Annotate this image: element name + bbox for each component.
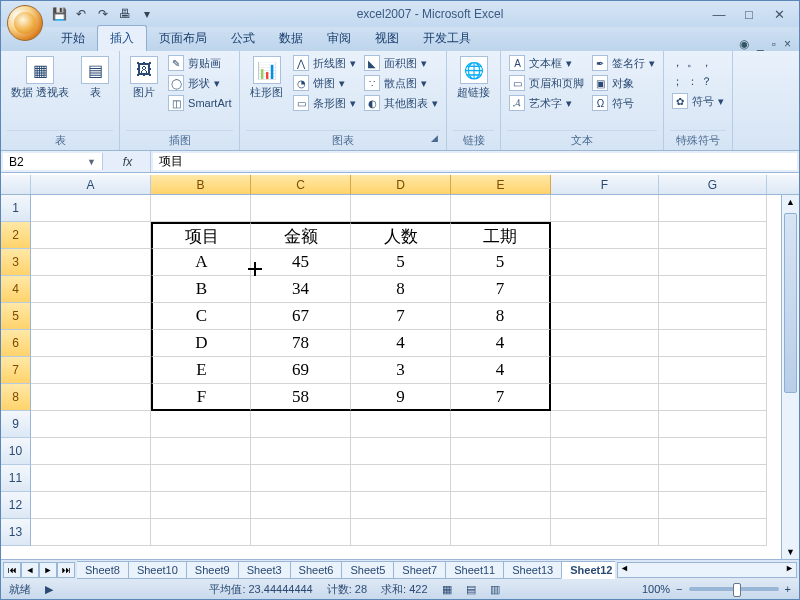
clipart-button[interactable]: ✎剪贴画	[166, 54, 233, 72]
line-chart-button[interactable]: ⋀折线图▾	[291, 54, 358, 72]
column-header[interactable]: E	[451, 175, 551, 194]
row-header[interactable]: 13	[1, 519, 31, 546]
cell[interactable]	[251, 465, 351, 492]
table-button[interactable]: ▤表	[77, 54, 113, 100]
cell[interactable]	[31, 465, 151, 492]
select-all-corner[interactable]	[1, 175, 31, 194]
sheet-tab[interactable]: Sheet5	[341, 561, 394, 579]
qat-dropdown-icon[interactable]: ▾	[139, 6, 155, 22]
spreadsheet-grid[interactable]: ABCDEFG 12项目金额人数工期3A45554B34875C67786D78…	[1, 175, 799, 559]
column-chart-button[interactable]: 📊柱形图	[246, 54, 287, 100]
cell[interactable]	[551, 222, 659, 249]
row-header[interactable]: 6	[1, 330, 31, 357]
cell[interactable]	[551, 492, 659, 519]
row-header[interactable]: 10	[1, 438, 31, 465]
cell[interactable]	[31, 303, 151, 330]
cell[interactable]	[551, 411, 659, 438]
maximize-button[interactable]: □	[735, 5, 763, 23]
sheet-nav-first[interactable]: ⏮	[3, 562, 21, 578]
cell[interactable]	[551, 357, 659, 384]
horizontal-scrollbar[interactable]	[617, 562, 797, 578]
zoom-level[interactable]: 100%	[642, 583, 670, 595]
sheet-tab[interactable]: Sheet9	[186, 561, 239, 579]
scroll-thumb[interactable]	[784, 213, 797, 393]
pivot-table-button[interactable]: ▦数据 透视表	[7, 54, 73, 100]
row-header[interactable]: 4	[1, 276, 31, 303]
sheet-tab[interactable]: Sheet6	[290, 561, 343, 579]
sheet-tab[interactable]: Sheet8	[77, 561, 129, 579]
cell[interactable]: 5	[451, 249, 551, 276]
comma-button[interactable]: ， 。 ，	[670, 54, 726, 71]
cell[interactable]: 7	[351, 303, 451, 330]
cell[interactable]	[451, 492, 551, 519]
ribbon-tab[interactable]: 页面布局	[147, 26, 219, 51]
cell[interactable]	[451, 465, 551, 492]
ribbon-tab[interactable]: 开始	[49, 26, 97, 51]
cell[interactable]: B	[151, 276, 251, 303]
macro-record-icon[interactable]: ▶	[45, 583, 53, 596]
cell[interactable]	[659, 222, 767, 249]
cell[interactable]: F	[151, 384, 251, 411]
cell[interactable]	[659, 438, 767, 465]
sheet-tab[interactable]: Sheet12	[561, 561, 615, 579]
cell[interactable]	[351, 492, 451, 519]
cell[interactable]: 工期	[451, 222, 551, 249]
row-header[interactable]: 1	[1, 195, 31, 222]
cell[interactable]: 人数	[351, 222, 451, 249]
cell[interactable]	[659, 330, 767, 357]
office-button[interactable]	[7, 5, 43, 41]
cell[interactable]: 8	[451, 303, 551, 330]
cell[interactable]: 9	[351, 384, 451, 411]
cell[interactable]	[551, 465, 659, 492]
cell[interactable]: 67	[251, 303, 351, 330]
cell[interactable]	[451, 438, 551, 465]
row-header[interactable]: 5	[1, 303, 31, 330]
cell[interactable]: 45	[251, 249, 351, 276]
cell[interactable]	[251, 519, 351, 546]
cell[interactable]: 78	[251, 330, 351, 357]
cell[interactable]	[551, 384, 659, 411]
cell[interactable]: 5	[351, 249, 451, 276]
sheet-nav-prev[interactable]: ◄	[21, 562, 39, 578]
pie-chart-button[interactable]: ◔饼图▾	[291, 74, 358, 92]
minimize-button[interactable]: —	[705, 5, 733, 23]
cell[interactable]	[151, 465, 251, 492]
special-symbol-button[interactable]: ✿符号▾	[670, 92, 726, 110]
sheet-tab[interactable]: Sheet10	[128, 561, 187, 579]
dialog-launcher-icon[interactable]: ◢	[431, 133, 438, 143]
formula-input[interactable]: 项目	[153, 153, 797, 170]
cell[interactable]: 34	[251, 276, 351, 303]
row-header[interactable]: 3	[1, 249, 31, 276]
cell[interactable]	[551, 249, 659, 276]
fx-icon[interactable]: fx	[105, 151, 151, 172]
zoom-slider[interactable]	[689, 587, 779, 591]
cell[interactable]	[451, 411, 551, 438]
area-chart-button[interactable]: ◣面积图▾	[362, 54, 440, 72]
ribbon-tab[interactable]: 公式	[219, 26, 267, 51]
cell[interactable]	[31, 249, 151, 276]
textbox-button[interactable]: A文本框▾	[507, 54, 586, 72]
row-header[interactable]: 9	[1, 411, 31, 438]
cell[interactable]	[31, 438, 151, 465]
shapes-button[interactable]: ◯形状▾	[166, 74, 233, 92]
zoom-out-button[interactable]: −	[676, 583, 682, 595]
column-header[interactable]: D	[351, 175, 451, 194]
cell[interactable]: 58	[251, 384, 351, 411]
cell[interactable]	[151, 438, 251, 465]
cell[interactable]	[31, 222, 151, 249]
cell[interactable]	[31, 519, 151, 546]
column-header[interactable]: A	[31, 175, 151, 194]
cell[interactable]: 69	[251, 357, 351, 384]
sheet-tab[interactable]: Sheet13	[503, 561, 562, 579]
cell[interactable]	[551, 195, 659, 222]
view-layout-icon[interactable]: ▤	[466, 583, 476, 596]
cell[interactable]	[551, 438, 659, 465]
cell[interactable]	[151, 492, 251, 519]
cell[interactable]	[151, 195, 251, 222]
restore-icon[interactable]: ▫	[772, 37, 776, 51]
column-header[interactable]: B	[151, 175, 251, 194]
cell[interactable]	[251, 195, 351, 222]
vertical-scrollbar[interactable]	[781, 195, 799, 559]
cell[interactable]: 金额	[251, 222, 351, 249]
save-icon[interactable]: 💾	[51, 6, 67, 22]
